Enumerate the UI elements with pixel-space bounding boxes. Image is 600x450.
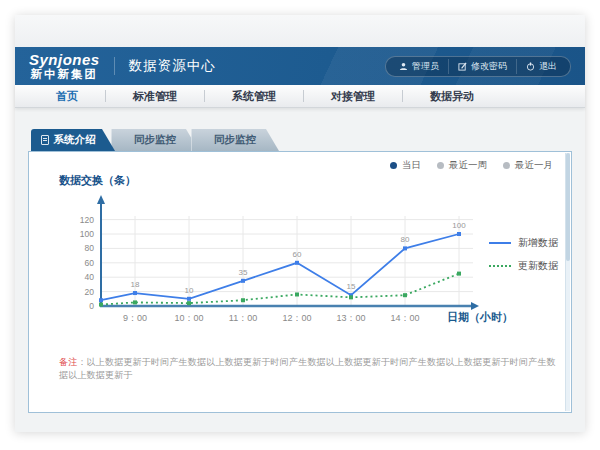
nav-item-home[interactable]: 首页: [29, 89, 105, 104]
svg-text:100: 100: [452, 221, 466, 230]
tabs: 系统介绍 同步监控 同步监控: [28, 129, 572, 151]
footnote-prefix: 备注: [59, 357, 77, 367]
exchange-line-chart: 0204060801001209：0010：0011：0012：0013：001…: [55, 188, 487, 338]
legend-label: 新增数据: [518, 236, 558, 250]
radio-selected-icon: [390, 162, 397, 169]
radio-unselected-icon: [437, 162, 444, 169]
chart-container: 0204060801001209：0010：0011：0012：0013：001…: [55, 188, 487, 342]
change-password-button[interactable]: 修改密码: [448, 59, 516, 74]
app-title: 数据资源中心: [114, 57, 216, 75]
solid-line-swatch: [489, 242, 511, 244]
panel-scrollbar[interactable]: [565, 153, 570, 411]
main-nav: 首页 标准管理 系统管理 对接管理 数据异动: [15, 85, 585, 108]
svg-text:100: 100: [80, 229, 94, 239]
svg-text:80: 80: [401, 235, 410, 244]
legend-label: 更新数据: [518, 259, 558, 273]
svg-text:9：00: 9：00: [123, 313, 147, 323]
filter-today[interactable]: 当日: [390, 159, 421, 172]
svg-text:14：00: 14：00: [390, 313, 419, 323]
nav-item-standard-mgmt[interactable]: 标准管理: [106, 89, 204, 104]
logout-icon: [526, 62, 535, 71]
tab-label: 同步监控: [134, 133, 176, 147]
content-area: 系统介绍 同步监控 同步监控 当日 最近一周: [15, 108, 585, 413]
tab-sync-monitor-1[interactable]: 同步监控: [111, 129, 199, 151]
svg-text:13：00: 13：00: [336, 313, 365, 323]
change-password-label: 修改密码: [471, 60, 507, 73]
svg-text:18: 18: [131, 280, 140, 289]
x-axis-title: 日期（小时）: [447, 310, 513, 325]
nav-item-system-mgmt[interactable]: 系统管理: [205, 89, 303, 104]
footnote: 备注：以上数据更新于时间产生数据以上数据更新于时间产生数据以上数据更新于时间产生…: [59, 356, 557, 382]
y-axis-title: 数据交换（条）: [59, 173, 136, 188]
svg-text:40: 40: [85, 272, 95, 282]
svg-text:0: 0: [89, 301, 94, 311]
filter-label: 最近一周: [449, 159, 487, 172]
svg-text:12：00: 12：00: [282, 313, 311, 323]
svg-text:60: 60: [85, 258, 95, 268]
nav-item-data-change[interactable]: 数据异动: [403, 89, 501, 104]
radio-unselected-icon: [503, 162, 510, 169]
svg-text:60: 60: [293, 250, 302, 259]
window-top-area: [15, 15, 585, 47]
chart-panel: 当日 最近一周 最近一月 数据交换（条） 0204060801001209：00…: [28, 151, 572, 413]
user-icon: [399, 62, 408, 71]
time-filter-group: 当日 最近一周 最近一月: [390, 159, 553, 172]
svg-text:10: 10: [185, 286, 194, 295]
tab-label: 系统介绍: [54, 133, 96, 147]
company-logo: Synjones 新中新集团: [29, 52, 100, 80]
page: Synjones 新中新集团 数据资源中心 管理员 修改密码: [0, 0, 600, 450]
dotted-line-swatch: [489, 265, 511, 267]
admin-user-button[interactable]: 管理员: [390, 59, 448, 74]
tab-sync-monitor-2[interactable]: 同步监控: [191, 129, 279, 151]
tab-system-intro[interactable]: 系统介绍: [31, 129, 115, 151]
svg-text:80: 80: [85, 243, 95, 253]
document-icon: [41, 135, 49, 145]
logo-text-en: Synjones: [29, 52, 100, 68]
legend-item-updated-data: 更新数据: [489, 259, 558, 273]
filter-last-week[interactable]: 最近一周: [437, 159, 487, 172]
legend-item-new-data: 新增数据: [489, 236, 558, 250]
scrollbar-thumb[interactable]: [566, 153, 570, 261]
logout-button[interactable]: 退出: [516, 59, 566, 74]
nav-item-interface-mgmt[interactable]: 对接管理: [304, 89, 402, 104]
svg-text:35: 35: [239, 268, 248, 277]
svg-text:11：00: 11：00: [229, 313, 257, 323]
svg-text:20: 20: [85, 287, 95, 297]
svg-text:15: 15: [347, 282, 356, 291]
logo-text-cn: 新中新集团: [29, 68, 100, 80]
footnote-text: ：以上数据更新于时间产生数据以上数据更新于时间产生数据以上数据更新于时间产生数据…: [59, 357, 556, 380]
logout-label: 退出: [539, 60, 557, 73]
svg-text:10：00: 10：00: [174, 313, 203, 323]
filter-label: 最近一月: [515, 159, 553, 172]
admin-user-label: 管理员: [412, 60, 439, 73]
filter-last-month[interactable]: 最近一月: [503, 159, 553, 172]
app-window: Synjones 新中新集团 数据资源中心 管理员 修改密码: [15, 15, 585, 432]
filter-label: 当日: [402, 159, 421, 172]
svg-text:120: 120: [80, 215, 94, 225]
header: Synjones 新中新集团 数据资源中心 管理员 修改密码: [15, 47, 585, 85]
chart-legend: 新增数据 更新数据: [489, 236, 558, 273]
tab-label: 同步监控: [214, 133, 256, 147]
edit-icon: [458, 62, 467, 71]
user-menu: 管理员 修改密码 退出: [385, 56, 571, 77]
